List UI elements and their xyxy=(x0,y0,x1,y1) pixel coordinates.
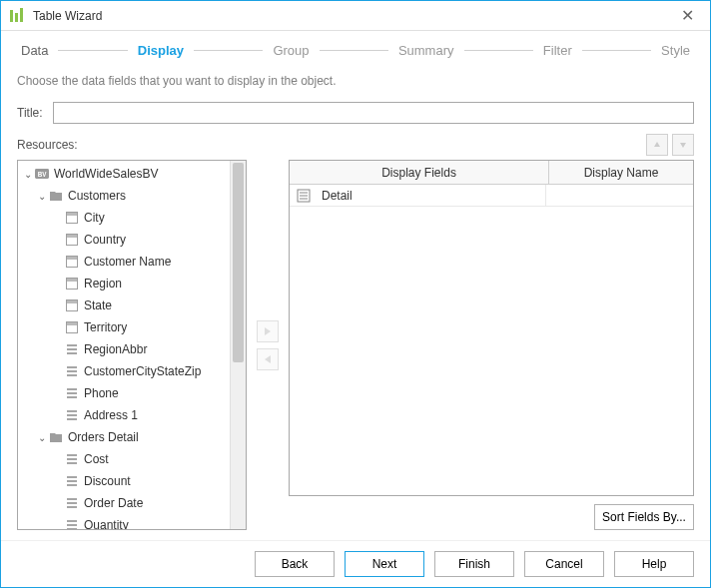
svg-rect-2 xyxy=(20,8,23,22)
tree-field[interactable]: RegionAbbr xyxy=(18,338,230,360)
step-description: Choose the data fields that you want to … xyxy=(1,74,710,102)
cancel-button[interactable]: Cancel xyxy=(524,551,604,577)
column-icon xyxy=(64,276,80,292)
window-title: Table Wizard xyxy=(33,9,672,23)
move-down-button[interactable] xyxy=(672,134,694,156)
tree-field[interactable]: Territory xyxy=(18,316,230,338)
bv-icon: BV xyxy=(34,166,50,182)
tree-node-label: Order Date xyxy=(84,496,143,510)
titlebar: Table Wizard ✕ xyxy=(1,1,710,31)
tree-node-label: Territory xyxy=(84,320,127,334)
detail-icon xyxy=(296,188,312,204)
column-icon xyxy=(64,232,80,248)
grid-header-name[interactable]: Display Name xyxy=(549,161,693,184)
svg-rect-0 xyxy=(10,10,13,22)
content-area: Title: Resources: ⌄BVWorldWideSalesBV⌄Cu… xyxy=(1,102,710,540)
formula-icon xyxy=(64,517,80,529)
close-icon[interactable]: ✕ xyxy=(672,6,702,25)
tree-node-label: RegionAbbr xyxy=(84,342,147,356)
move-up-button[interactable] xyxy=(646,134,668,156)
title-label: Title: xyxy=(17,106,53,120)
svg-text:BV: BV xyxy=(38,171,48,178)
tree-root[interactable]: ⌄BVWorldWideSalesBV xyxy=(18,163,230,185)
add-field-button[interactable] xyxy=(257,320,279,342)
step-summary[interactable]: Summary xyxy=(394,43,458,58)
tree-field[interactable]: City xyxy=(18,207,230,229)
tree-field[interactable]: State xyxy=(18,294,230,316)
app-icon xyxy=(9,8,25,24)
tree-group[interactable]: ⌄Orders Detail xyxy=(18,426,230,448)
svg-rect-22 xyxy=(67,322,77,325)
tree-field[interactable]: Phone xyxy=(18,382,230,404)
tree-field[interactable]: Address 1 xyxy=(18,404,230,426)
formula-icon xyxy=(64,495,80,511)
grid-row[interactable]: Detail xyxy=(290,185,693,207)
tree-field[interactable]: Discount xyxy=(18,470,230,492)
svg-rect-13 xyxy=(67,257,77,260)
step-data[interactable]: Data xyxy=(17,43,52,58)
tree-node-label: State xyxy=(84,298,112,312)
title-input[interactable] xyxy=(53,102,694,124)
formula-icon xyxy=(64,385,80,401)
svg-rect-10 xyxy=(67,235,77,238)
tree-node-label: Cost xyxy=(84,452,109,466)
footer-buttons: Back Next Finish Cancel Help xyxy=(1,540,710,587)
svg-rect-16 xyxy=(67,279,77,282)
grid-cell-name[interactable] xyxy=(546,185,693,206)
finish-button[interactable]: Finish xyxy=(434,551,514,577)
column-icon xyxy=(64,319,80,335)
tree-node-label: Country xyxy=(84,233,126,247)
tree-node-label: Region xyxy=(84,277,122,291)
display-fields-grid: Display Fields Display Name Detail xyxy=(289,160,694,496)
sort-fields-button[interactable]: Sort Fields By... xyxy=(594,504,694,530)
formula-icon xyxy=(64,451,80,467)
formula-icon xyxy=(64,473,80,489)
grid-cell-label: Detail xyxy=(322,189,353,203)
resources-tree: ⌄BVWorldWideSalesBV⌄CustomersCityCountry… xyxy=(17,160,247,530)
formula-icon xyxy=(64,407,80,423)
tree-field[interactable]: Quantity xyxy=(18,514,230,529)
tree-field[interactable]: Order Date xyxy=(18,492,230,514)
svg-rect-19 xyxy=(67,300,77,303)
step-filter[interactable]: Filter xyxy=(539,43,576,58)
column-icon xyxy=(64,254,80,270)
remove-field-button[interactable] xyxy=(257,348,279,370)
step-style[interactable]: Style xyxy=(657,43,694,58)
step-display[interactable]: Display xyxy=(134,43,188,58)
tree-field[interactable]: Region xyxy=(18,273,230,294)
tree-field[interactable]: Customer Name xyxy=(18,251,230,273)
next-button[interactable]: Next xyxy=(345,551,424,577)
svg-rect-7 xyxy=(67,213,77,216)
tree-node-label: Customer Name xyxy=(84,255,171,269)
folder-icon xyxy=(48,429,64,445)
tree-field[interactable]: CustomerCityStateZip xyxy=(18,360,230,382)
tree-node-label: Address 1 xyxy=(84,408,138,422)
svg-rect-1 xyxy=(15,13,18,22)
step-group[interactable]: Group xyxy=(269,43,313,58)
tree-node-label: CustomerCityStateZip xyxy=(84,364,201,378)
formula-icon xyxy=(64,363,80,379)
column-icon xyxy=(64,210,80,226)
wizard-steps: Data Display Group Summary Filter Style xyxy=(1,31,710,74)
formula-icon xyxy=(64,341,80,357)
tree-field[interactable]: Country xyxy=(18,229,230,251)
table-wizard-window: Table Wizard ✕ Data Display Group Summar… xyxy=(0,0,711,588)
resources-label: Resources: xyxy=(17,138,78,152)
tree-node-label: Customers xyxy=(68,189,126,203)
tree-group[interactable]: ⌄Customers xyxy=(18,185,230,207)
tree-node-label: Phone xyxy=(84,386,119,400)
help-button[interactable]: Help xyxy=(614,551,694,577)
grid-header-fields[interactable]: Display Fields xyxy=(290,161,549,184)
back-button[interactable]: Back xyxy=(255,551,335,577)
tree-scrollbar[interactable] xyxy=(230,161,246,529)
column-icon xyxy=(64,297,80,313)
tree-node-label: Quantity xyxy=(84,518,129,529)
tree-node-label: Discount xyxy=(84,474,131,488)
tree-node-label: Orders Detail xyxy=(68,430,139,444)
tree-node-label: WorldWideSalesBV xyxy=(54,167,158,181)
tree-node-label: City xyxy=(84,211,105,225)
folder-icon xyxy=(48,188,64,204)
transfer-buttons xyxy=(255,160,281,530)
tree-field[interactable]: Cost xyxy=(18,448,230,470)
